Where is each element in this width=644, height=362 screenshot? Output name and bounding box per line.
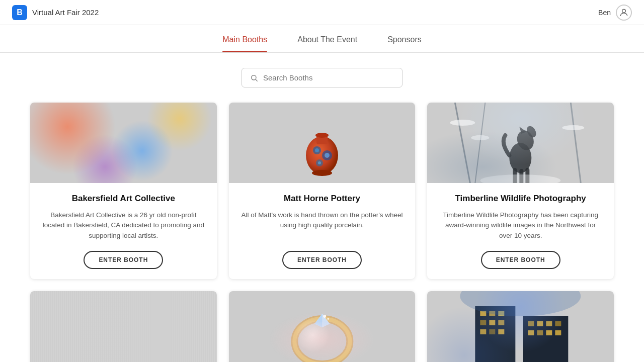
svg-rect-52 <box>555 330 561 335</box>
svg-rect-25 <box>526 168 530 183</box>
svg-marker-22 <box>520 127 527 134</box>
svg-point-8 <box>315 148 319 152</box>
booth-body-timberline: Timberline Wildlife Photography Timberli… <box>427 183 614 279</box>
booth-image-jewelry <box>229 291 416 362</box>
svg-point-12 <box>318 161 321 164</box>
svg-rect-41 <box>480 329 487 334</box>
svg-point-27 <box>294 319 350 362</box>
svg-rect-40 <box>499 320 505 325</box>
svg-rect-43 <box>499 329 505 334</box>
svg-point-19 <box>510 143 532 173</box>
svg-rect-35 <box>480 311 487 316</box>
enter-booth-button-bakersfield[interactable]: ENTER BOOTH <box>84 251 163 269</box>
header: B Virtual Art Fair 2022 Ben <box>0 0 644 25</box>
booth-card-bakersfield: Bakersfield Art Collective Bakersfield A… <box>30 103 217 279</box>
svg-marker-31 <box>314 314 322 327</box>
main-content: Bakersfield Art Collective Bakersfield A… <box>0 53 644 362</box>
nav-about-event[interactable]: About The Event <box>297 35 357 52</box>
search-icon <box>250 74 258 82</box>
svg-rect-44 <box>523 316 569 362</box>
search-box <box>242 68 403 87</box>
booth-body-bakersfield: Bakersfield Art Collective Bakersfield A… <box>30 183 217 279</box>
booth-image-urban <box>427 291 614 362</box>
svg-point-17 <box>471 135 490 140</box>
svg-point-21 <box>525 125 538 139</box>
booth-card-fiber: Fiber Art Studio ENTER BOOTH <box>30 291 217 362</box>
svg-rect-47 <box>546 321 552 326</box>
header-left: B Virtual Art Fair 2022 <box>12 5 99 20</box>
svg-point-20 <box>515 128 537 153</box>
booth-title-matt-horne: Matt Horne Pottery <box>284 193 360 204</box>
main-nav: Main Booths About The Event Sponsors <box>0 25 644 53</box>
booth-title-timberline: Timberline Wildlife Photography <box>455 193 586 204</box>
svg-rect-46 <box>537 321 543 326</box>
svg-rect-45 <box>528 321 534 326</box>
svg-point-32 <box>323 315 326 318</box>
nav-sponsors[interactable]: Sponsors <box>387 35 422 52</box>
svg-point-5 <box>315 133 329 138</box>
nav-main-booths[interactable]: Main Booths <box>222 35 267 52</box>
booth-image-timberline <box>427 103 614 183</box>
svg-rect-38 <box>480 320 487 325</box>
svg-rect-23 <box>513 168 517 183</box>
booth-image-matt-horne <box>229 103 416 183</box>
svg-line-2 <box>256 79 258 81</box>
svg-marker-29 <box>314 314 330 327</box>
svg-point-16 <box>450 120 475 126</box>
svg-rect-49 <box>528 330 534 335</box>
svg-rect-42 <box>490 329 496 334</box>
svg-point-28 <box>294 319 350 362</box>
user-avatar[interactable] <box>616 5 632 21</box>
svg-line-15 <box>571 103 581 183</box>
svg-point-33 <box>327 318 329 320</box>
svg-rect-51 <box>546 330 552 335</box>
app-logo: B <box>12 5 27 20</box>
svg-rect-36 <box>490 311 496 316</box>
svg-rect-24 <box>520 169 524 183</box>
header-right: Ben <box>598 5 632 21</box>
svg-point-10 <box>325 153 330 158</box>
svg-marker-30 <box>322 314 330 327</box>
app-title: Virtual Art Fair 2022 <box>32 8 99 17</box>
booth-title-bakersfield: Bakersfield Art Collective <box>72 193 175 204</box>
enter-booth-button-matt-horne[interactable]: ENTER BOOTH <box>282 251 362 269</box>
svg-rect-37 <box>499 311 505 316</box>
svg-point-0 <box>622 9 626 13</box>
svg-rect-50 <box>537 330 543 335</box>
svg-rect-34 <box>475 306 516 362</box>
user-name: Ben <box>598 9 611 17</box>
booth-card-timberline: Timberline Wildlife Photography Timberli… <box>427 103 614 279</box>
booth-card-matt-horne: Matt Horne Pottery All of Matt's work is… <box>229 103 416 279</box>
svg-point-18 <box>562 125 585 130</box>
booths-grid: Bakersfield Art Collective Bakersfield A… <box>30 103 614 362</box>
booth-desc-matt-horne: All of Matt's work is hand thrown on the… <box>241 210 404 241</box>
booth-desc-bakersfield: Bakersfield Art Collective is a 26 yr ol… <box>42 210 205 241</box>
svg-rect-48 <box>555 321 561 326</box>
search-input[interactable] <box>263 73 394 82</box>
booth-image-bakersfield <box>30 103 217 183</box>
svg-point-26 <box>480 174 561 183</box>
booth-card-urban: Urban Photography ENTER BOOTH <box>427 291 614 362</box>
svg-point-6 <box>312 170 332 176</box>
booth-desc-timberline: Timberline Wildlife Photography has been… <box>439 210 602 241</box>
booth-image-fiber <box>30 291 217 362</box>
booth-card-jewelry: Fine Jewelry ENTER BOOTH <box>229 291 416 362</box>
svg-line-14 <box>475 103 486 183</box>
enter-booth-button-timberline[interactable]: ENTER BOOTH <box>481 251 560 269</box>
svg-point-53 <box>460 291 581 316</box>
booth-body-matt-horne: Matt Horne Pottery All of Matt's work is… <box>229 183 416 279</box>
search-container <box>30 68 614 87</box>
svg-rect-39 <box>490 320 496 325</box>
svg-point-1 <box>252 75 256 79</box>
svg-line-13 <box>455 103 470 183</box>
